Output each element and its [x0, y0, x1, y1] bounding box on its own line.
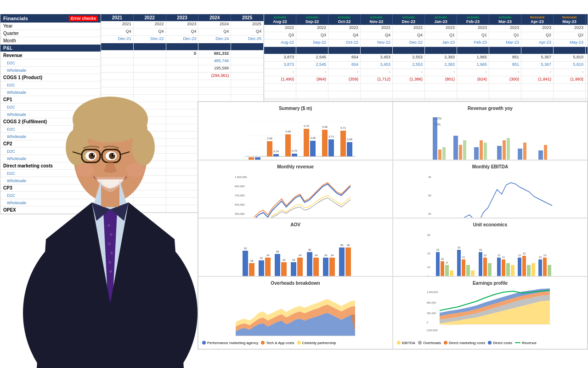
svg-text:30: 30	[308, 248, 311, 251]
svg-text:0.14: 0.14	[273, 150, 279, 153]
svg-text:11: 11	[502, 256, 505, 259]
svg-text:0: 0	[427, 321, 428, 324]
monthly-pl-spacer	[264, 47, 588, 54]
cp2-label: CP2	[3, 141, 12, 146]
cogs2-d2c: D2C	[0, 126, 101, 133]
svg-text:21: 21	[260, 257, 263, 259]
overheads-title: Overheads breakdown	[202, 281, 389, 286]
svg-rect-94	[313, 258, 319, 276]
monthly-cogs1-d2c: (1,450)	[264, 84, 588, 91]
col-2025: 2025	[231, 14, 264, 21]
financials-header: Financials Error checks	[0, 14, 101, 23]
direct-mktg-label: Direct marketing costs	[3, 163, 53, 168]
svg-rect-49	[507, 138, 510, 160]
financials-panel: Financials Error checks Year Quarter Mon…	[0, 14, 101, 214]
svg-rect-130	[479, 252, 482, 276]
svg-rect-132	[488, 263, 492, 276]
quarter-label: Quarter	[3, 31, 19, 36]
col-2023: 2023	[166, 14, 199, 21]
svg-rect-16	[347, 142, 352, 156]
svg-rect-143	[527, 265, 531, 276]
cogs2-row: COGS 2 (Fulfilment)	[0, 118, 101, 126]
svg-rect-12	[310, 141, 316, 156]
svg-rect-77	[243, 251, 248, 276]
rev-growth-svg: 220% 10% 2020	[397, 113, 583, 160]
wholesale-label: Wholesale	[7, 68, 26, 73]
svg-text:15: 15	[427, 252, 430, 255]
svg-rect-13	[322, 130, 328, 156]
error-checks-badge: Error checks	[69, 16, 98, 21]
svg-text:11: 11	[462, 256, 465, 259]
monthly-ebitda-title: Monthly EBITDA	[397, 164, 583, 169]
svg-rect-142	[522, 256, 526, 276]
opex-row: OPEX	[0, 207, 101, 214]
cp2-d2c: D2C	[0, 148, 101, 155]
svg-rect-131	[483, 258, 487, 276]
monthly-d2c: 3,873 2,545 654 3,453 2,553 2,383 1,965 …	[264, 62, 588, 69]
annual-col-headers: 2021 2022 2023 2024 2025	[101, 14, 264, 21]
annual-quarter-row: Q4 Q4 Q4 Q4 Q4	[101, 29, 264, 36]
svg-rect-117	[436, 252, 440, 276]
svg-rect-86	[281, 262, 287, 276]
unit-econ-svg: 20 15 10 5 15 10 8 16 11 15 12	[397, 229, 583, 276]
wholesale-revenue-row: Wholesale	[0, 67, 101, 74]
pl-spacer	[101, 43, 264, 51]
col-jun23: forecastJun-23	[586, 14, 588, 25]
annual-cogs1: (294,361)	[101, 73, 264, 80]
svg-text:2.95: 2.95	[267, 137, 272, 140]
summary-chart-title: Summary ($ m)	[202, 106, 389, 111]
svg-rect-127	[471, 270, 475, 276]
cp1-wholesale: Wholesale	[0, 111, 101, 118]
svg-text:16: 16	[458, 246, 460, 249]
cogs2-wholesale: Wholesale	[0, 133, 101, 140]
monthly-rev-svg: 1,000,000 900,000 700,000 500,000 300,00…	[202, 171, 389, 218]
svg-text:8: 8	[446, 261, 447, 264]
svg-rect-11	[304, 129, 309, 156]
svg-text:12: 12	[484, 254, 486, 257]
cp2-wholesale: Wholesale	[0, 155, 101, 162]
svg-rect-120	[450, 270, 453, 276]
cp3-row: CP3	[0, 184, 101, 192]
summary-chart-svg: -0.47 2.95 0.14 4.58 0.75 5.70 3.08 5.99…	[202, 113, 389, 160]
svg-text:500,000: 500,000	[235, 203, 245, 206]
annual-d2c: 485,746	[101, 58, 264, 65]
monthly-revenue-box: Monthly revenue 1,000,000 900,000 700,00…	[198, 160, 393, 218]
d2c-label: D2C	[7, 61, 15, 65]
svg-rect-90	[297, 258, 303, 276]
monthly-month-row: Aug-22 Sep-22 Oct-22 Nov-22 Dec-22 Jan-2…	[264, 40, 588, 47]
svg-rect-78	[249, 263, 254, 276]
fin-month-row: Month	[0, 37, 101, 45]
monthly-year-row: 2022 2022 2022 2022 2022 2023 2023 2023 …	[264, 25, 588, 32]
svg-rect-97	[323, 258, 328, 276]
svg-rect-147	[538, 259, 542, 276]
svg-rect-8	[273, 154, 279, 156]
earnings-box: Earnings profile 1,000,000 600,000 200,0…	[393, 276, 588, 349]
earnings-svg: 1,000,000 600,000 200,000 0 (100,000)	[397, 288, 583, 338]
svg-text:4.58: 4.58	[285, 130, 291, 133]
svg-text:24: 24	[266, 254, 270, 257]
svg-text:10: 10	[427, 266, 430, 269]
svg-rect-137	[506, 263, 510, 276]
svg-rect-125	[462, 259, 465, 276]
svg-rect-50	[518, 149, 522, 160]
cp3-label: CP3	[3, 185, 12, 190]
overheads-box: Overheads breakdown Performance marketin…	[198, 276, 393, 349]
svg-text:1,000,000: 1,000,000	[427, 291, 438, 293]
monthly-col-header: actualsAug-22 actualsSep-22 actualsOct-2…	[264, 14, 588, 25]
svg-text:35: 35	[340, 244, 344, 247]
svg-text:24: 24	[331, 254, 334, 257]
svg-text:3.08: 3.08	[310, 137, 316, 139]
year-label: Year	[3, 23, 12, 29]
revenue-row: Revenue	[0, 52, 101, 59]
svg-text:(100,000): (100,000)	[427, 329, 438, 332]
svg-rect-102	[345, 247, 351, 276]
monthly-rev-title: Monthly revenue	[202, 164, 389, 169]
rev-growth-title: Revenue growth yoy	[397, 106, 583, 111]
svg-text:30: 30	[428, 194, 431, 197]
svg-rect-52	[538, 150, 543, 160]
annual-year-row: 2021 2022 2023 2024 2025	[101, 21, 264, 29]
col-2024: 2024	[198, 14, 231, 21]
svg-rect-118	[441, 261, 444, 276]
col-oct22: actualsOct-22	[328, 14, 361, 25]
col-dec22: actualsDec-22	[393, 14, 425, 25]
